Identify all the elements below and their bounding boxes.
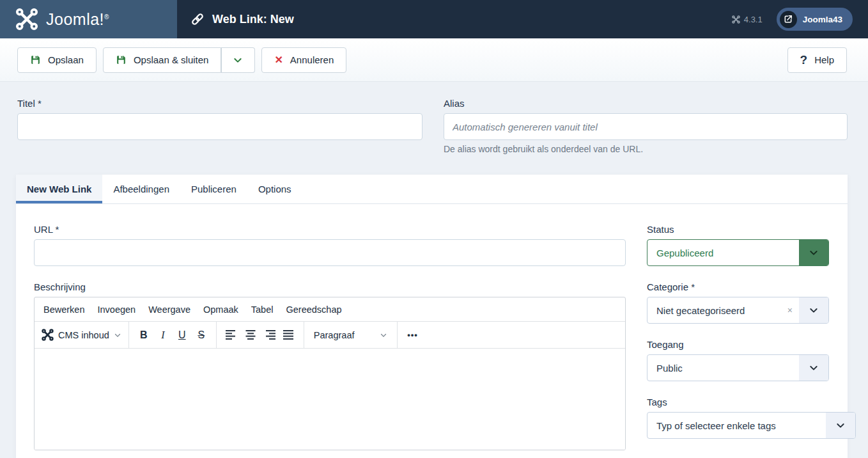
help-icon: ?	[800, 53, 808, 67]
align-justify-icon[interactable]	[280, 326, 298, 345]
cms-joomla-icon	[42, 329, 54, 341]
menu-gereedschap[interactable]: Gereedschap	[279, 304, 348, 315]
tab-publiceren[interactable]: Publiceren	[180, 175, 247, 203]
tab-new-web-link[interactable]: New Web Link	[16, 175, 102, 203]
paragraph-style-label: Paragraaf	[314, 330, 355, 340]
chevron-down-icon	[233, 55, 243, 65]
more-toolbar-button[interactable]: •••	[403, 326, 421, 345]
version-indicator: 4.3.1	[732, 15, 763, 24]
tab-afbeeldingen[interactable]: Afbeeldingen	[102, 175, 180, 203]
alias-label: Alias	[444, 98, 848, 109]
cancel-button-label: Annuleren	[290, 54, 334, 65]
header-bar: Web Link: New 4.3.1	[177, 0, 868, 38]
save-button[interactable]: Opslaan	[17, 47, 97, 73]
card-body: URL * Beschrijving Bewerken Invoegen Wee…	[16, 204, 848, 450]
rich-text-editor: Bewerken Invoegen Weergave Opmaak Tabel …	[34, 297, 626, 450]
version-text: 4.3.1	[744, 15, 763, 24]
registered-mark: ®	[104, 13, 109, 20]
strikethrough-button[interactable]: S	[192, 326, 210, 345]
view-site-button[interactable]: Joomla43	[777, 8, 853, 31]
category-value: Niet gecategoriseerd	[656, 305, 745, 316]
link-icon	[190, 12, 205, 26]
save-icon	[116, 54, 127, 65]
external-link-icon	[780, 11, 797, 28]
underline-button[interactable]: U	[173, 326, 191, 345]
cms-content-dropdown[interactable]: CMS inhoud	[40, 329, 123, 341]
save-close-button[interactable]: Opslaan & sluiten	[103, 47, 222, 73]
help-button-label: Help	[814, 54, 834, 65]
menu-invoegen[interactable]: Invoegen	[91, 304, 142, 315]
clear-icon[interactable]: ×	[781, 305, 799, 315]
paragraph-style-dropdown[interactable]: Paragraaf	[310, 330, 392, 340]
header-right: 4.3.1 Joomla43	[732, 8, 853, 31]
url-label: URL *	[34, 224, 626, 235]
joomla-logo-text: Joomla!®	[46, 10, 109, 29]
status-select[interactable]: Gepubliceerd	[647, 239, 829, 266]
menu-tabel[interactable]: Tabel	[245, 304, 280, 315]
status-label: Status	[647, 224, 829, 235]
chevron-down-icon	[826, 413, 855, 438]
chevron-down-icon	[799, 240, 828, 265]
menu-bewerken[interactable]: Bewerken	[37, 304, 91, 315]
edit-card: New Web Link Afbeeldingen Publiceren Opt…	[16, 175, 848, 458]
editor-toolbar: CMS inhoud B I U S	[35, 321, 625, 349]
save-options-dropdown-toggle[interactable]	[221, 47, 255, 73]
align-center-icon[interactable]	[242, 326, 260, 345]
tab-bar: New Web Link Afbeeldingen Publiceren Opt…	[16, 175, 848, 204]
chevron-down-icon	[799, 297, 828, 323]
description-label: Beschrijving	[34, 281, 626, 292]
access-label: Toegang	[647, 339, 829, 350]
page-title: Web Link: New	[212, 13, 294, 26]
page-title-wrap: Web Link: New	[190, 12, 294, 26]
title-alias-form: Titel * Alias De alias wordt gebruikt al…	[0, 82, 868, 154]
alias-help-text: De alias wordt gebruikt als onderdeel va…	[444, 144, 848, 154]
editor-menubar: Bewerken Invoegen Weergave Opmaak Tabel …	[35, 297, 625, 321]
align-right-icon[interactable]	[261, 326, 279, 345]
app-header: Joomla!® Web Link: New	[0, 0, 868, 38]
menu-weergave[interactable]: Weergave	[142, 304, 197, 315]
help-button[interactable]: ? Help	[787, 47, 847, 73]
alias-input[interactable]	[444, 113, 848, 140]
access-select[interactable]: Public	[647, 354, 829, 381]
joomla-logo-block[interactable]: Joomla!®	[0, 0, 177, 38]
category-select[interactable]: Niet gecategoriseerd ×	[647, 297, 829, 324]
action-toolbar: Opslaan Opslaan & sluiten ✕ Annuler	[0, 38, 868, 82]
category-label: Categorie *	[647, 281, 829, 292]
title-input[interactable]	[17, 113, 422, 140]
status-value: Gepubliceerd	[656, 248, 713, 258]
cms-content-label: CMS inhoud	[58, 330, 109, 340]
italic-button[interactable]: I	[154, 326, 172, 345]
joomla-version-icon	[732, 15, 740, 24]
tags-placeholder: Typ of selecteer enkele tags	[656, 420, 776, 431]
chevron-down-icon	[799, 355, 828, 381]
joomla-logo-icon	[15, 8, 38, 31]
url-input[interactable]	[34, 239, 626, 266]
editor-content-area[interactable]	[35, 349, 625, 450]
site-button-label: Joomla43	[803, 15, 842, 24]
tab-options[interactable]: Options	[247, 175, 302, 203]
chevron-down-icon	[380, 331, 387, 339]
save-close-button-label: Opslaan & sluiten	[134, 54, 209, 65]
align-left-icon[interactable]	[222, 326, 240, 345]
main-column: URL * Beschrijving Bewerken Invoegen Wee…	[34, 224, 626, 450]
access-value: Public	[656, 363, 683, 374]
menu-opmaak[interactable]: Opmaak	[197, 304, 245, 315]
settings-sidebar: Status Gepubliceerd Categorie * Niet gec…	[647, 224, 829, 450]
more-dots-icon: •••	[407, 330, 418, 340]
bold-button[interactable]: B	[135, 326, 153, 345]
cancel-button[interactable]: ✕ Annuleren	[261, 47, 346, 73]
save-icon	[30, 54, 41, 65]
tags-label: Tags	[647, 397, 829, 407]
cancel-icon: ✕	[274, 55, 283, 65]
chevron-down-icon	[114, 331, 121, 339]
title-label: Titel *	[17, 98, 422, 109]
save-button-label: Opslaan	[48, 54, 84, 65]
save-close-split-button: Opslaan & sluiten	[103, 47, 256, 73]
tags-combobox[interactable]: Typ of selecteer enkele tags	[647, 412, 856, 439]
